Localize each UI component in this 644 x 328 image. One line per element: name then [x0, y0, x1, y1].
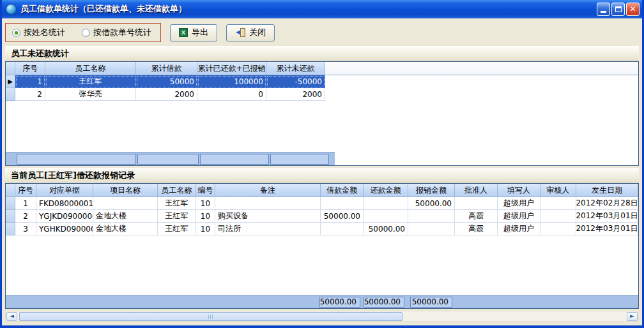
column-header[interactable]: 序号 — [15, 184, 36, 197]
table-cell[interactable] — [321, 197, 364, 210]
column-header[interactable]: 发生日期 — [576, 184, 638, 197]
table-cell[interactable] — [540, 223, 576, 235]
client-area: 按姓名统计 按借款单号统计 X 导出 ◄ 关闭 员工未还款统计 — [2, 18, 642, 325]
close-button[interactable]: ✕ — [626, 3, 640, 16]
table-cell[interactable]: 10 — [196, 223, 215, 235]
minimize-button[interactable] — [597, 3, 610, 16]
close-window-button[interactable]: ◄ 关闭 — [226, 24, 275, 41]
row-selector[interactable] — [6, 88, 15, 101]
horizontal-scrollbar[interactable]: ◄ ► — [5, 311, 639, 322]
table-cell[interactable]: 2000 — [266, 88, 325, 101]
table-cell[interactable]: 100000 — [197, 75, 266, 88]
table-cell[interactable]: 2000 — [136, 88, 197, 101]
table-cell[interactable] — [215, 197, 321, 210]
table-cell[interactable]: 0 — [197, 88, 266, 101]
export-button[interactable]: X 导出 — [170, 24, 217, 41]
unpaid-table-footer — [6, 152, 335, 165]
row-selector[interactable] — [6, 223, 15, 235]
table-cell[interactable]: 王红军 — [158, 210, 196, 223]
footer-summary-box — [270, 154, 329, 165]
table-cell[interactable]: 1 — [15, 75, 45, 88]
radio-by-loan-no[interactable]: 按借款单号统计 — [82, 27, 151, 38]
table-cell[interactable]: YGJKD090000001 — [36, 210, 93, 223]
table-cell[interactable]: 王红军 — [158, 197, 196, 210]
table-cell[interactable]: -50000 — [266, 75, 325, 88]
table-cell[interactable]: 10 — [196, 197, 215, 210]
row-selector[interactable] — [6, 210, 15, 223]
table-cell[interactable]: 3 — [15, 223, 36, 235]
table-cell[interactable] — [408, 223, 455, 235]
table-cell[interactable]: 张华亮 — [45, 88, 136, 101]
column-header[interactable]: 累计已还款+已报销 — [197, 62, 266, 75]
table-cell[interactable] — [540, 197, 576, 210]
table-cell[interactable]: 高霞 — [455, 223, 498, 235]
table-cell[interactable]: 1 — [15, 197, 36, 210]
column-header[interactable]: 填写人 — [498, 184, 540, 197]
column-header[interactable]: 还款金额 — [364, 184, 408, 197]
table-cell[interactable]: 金地大楼 — [93, 223, 158, 235]
table-row[interactable]: 3 YGHKD090000001 金地大楼 王红军 10 司法所 50000.0… — [6, 223, 638, 235]
column-header[interactable]: 项目名称 — [93, 184, 158, 197]
table-cell[interactable]: 50000.00 — [321, 210, 364, 223]
table-row[interactable]: ▶ 1 王红军 50000 100000 -50000 — [6, 75, 638, 88]
window-title: 员工借款单统计（已还借款单、未还借款单） — [20, 3, 597, 15]
table-cell[interactable]: 2 — [15, 88, 45, 101]
table-cell[interactable]: 高霞 — [455, 210, 498, 223]
table-cell[interactable]: 王红军 — [45, 75, 136, 88]
table-cell[interactable]: 50000.00 — [408, 197, 455, 210]
radio-selected-icon — [12, 29, 20, 37]
column-header[interactable]: 备注 — [215, 184, 321, 197]
scroll-right-icon[interactable]: ► — [627, 312, 638, 321]
column-header[interactable]: 累计未还款 — [266, 62, 325, 75]
table-cell[interactable]: 2012年03月01日 — [576, 210, 638, 223]
table-cell[interactable]: FKD080000016 — [36, 197, 93, 210]
column-header[interactable]: 审核人 — [540, 184, 576, 197]
table-cell[interactable]: YGHKD090000001 — [36, 223, 93, 235]
table-cell[interactable]: 超级用户 — [498, 197, 540, 210]
column-header[interactable]: 借款金额 — [321, 184, 364, 197]
footer-summary-box — [17, 154, 136, 165]
table-cell[interactable]: 50000 — [136, 75, 197, 88]
table-row[interactable]: 1 FKD080000016 王红军 10 50000.00 超级用户 2012… — [6, 197, 638, 210]
table-cell[interactable]: 超级用户 — [498, 210, 540, 223]
column-header[interactable]: 序号 — [15, 62, 45, 75]
table-cell[interactable]: 2012年02月28日 — [576, 197, 638, 210]
table-row[interactable]: 2 YGJKD090000001 金地大楼 王红军 10 购买设备 50000.… — [6, 210, 638, 223]
scrollbar-thumb[interactable] — [19, 312, 402, 321]
table-cell[interactable]: 50000.00 — [364, 223, 408, 235]
total-reimburse-amount: 50000.00 — [410, 297, 452, 308]
excel-icon: X — [179, 28, 188, 37]
column-header[interactable]: 对应单据 — [36, 184, 93, 197]
column-header[interactable]: 批准人 — [455, 184, 498, 197]
table-cell[interactable]: 司法所 — [215, 223, 321, 235]
table-cell[interactable] — [364, 210, 408, 223]
maximize-button[interactable] — [611, 3, 625, 16]
header-filler — [325, 62, 638, 75]
scroll-left-icon[interactable]: ◄ — [6, 312, 17, 321]
column-header[interactable]: 编号 — [196, 184, 215, 197]
table-cell[interactable]: 2 — [15, 210, 36, 223]
radio-by-name[interactable]: 按姓名统计 — [12, 27, 65, 38]
records-table-footer: 50000.00 50000.00 50000.00 — [6, 295, 638, 308]
row-selector[interactable] — [6, 197, 15, 210]
table-cell[interactable]: 购买设备 — [215, 210, 321, 223]
column-header[interactable]: 员工名称 — [158, 184, 196, 197]
title-bar[interactable]: 员工借款单统计（已还借款单、未还借款单） ✕ — [2, 0, 642, 18]
table-cell[interactable]: 10 — [196, 210, 215, 223]
table-cell[interactable] — [540, 210, 576, 223]
table-cell[interactable] — [321, 223, 364, 235]
table-cell[interactable] — [93, 197, 158, 210]
table-cell[interactable]: 王红军 — [158, 223, 196, 235]
table-cell[interactable] — [364, 197, 408, 210]
table-cell[interactable]: 金地大楼 — [93, 210, 158, 223]
table-cell[interactable] — [408, 210, 455, 223]
table-cell[interactable]: 超级用户 — [498, 223, 540, 235]
close-icon: ✕ — [629, 5, 636, 13]
table-cell[interactable]: 2012年03月01日 — [576, 223, 638, 235]
column-header[interactable]: 累计借款 — [136, 62, 197, 75]
total-repay-amount: 50000.00 — [364, 297, 404, 308]
table-cell[interactable] — [455, 197, 498, 210]
table-row[interactable]: 2 张华亮 2000 0 2000 — [6, 88, 638, 101]
column-header[interactable]: 员工名称 — [45, 62, 136, 75]
column-header[interactable]: 报销金额 — [408, 184, 455, 197]
